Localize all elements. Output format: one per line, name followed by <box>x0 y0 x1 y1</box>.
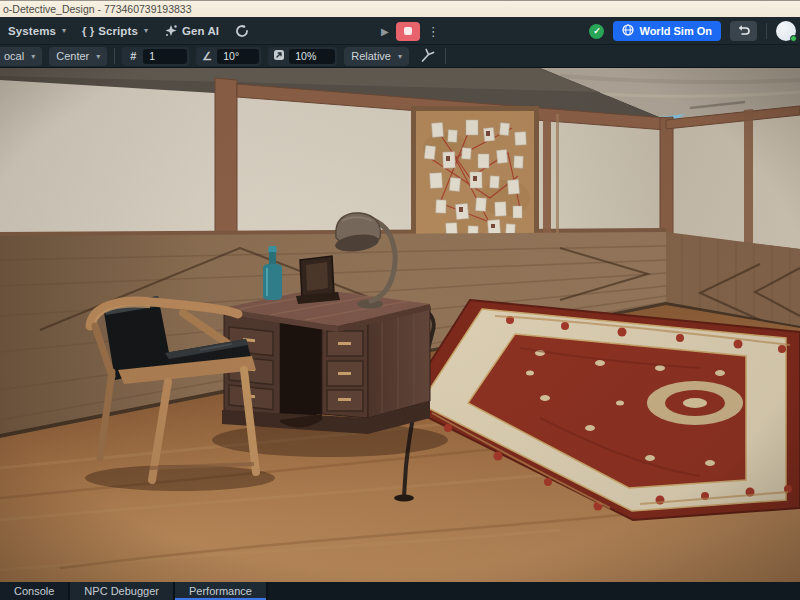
window-title: o-Detective_Design - 773460739193833 <box>3 3 192 15</box>
mode-dropdown[interactable]: Relative ▾ <box>344 47 409 66</box>
orientation-label: ocal <box>4 50 24 62</box>
chevron-down-icon: ▾ <box>31 52 35 61</box>
move-snap-value: 1 <box>149 50 155 62</box>
title-bar: o-Detective_Design - 773460739193833 <box>0 0 800 17</box>
main-toolbar: Systems ▾ { } Scripts ▾ Gen AI ▶ ⋮ ✓ <box>0 17 800 45</box>
sparkle-icon <box>164 24 178 38</box>
world-sim-label: World Sim On <box>639 25 712 37</box>
gen-ai-button[interactable]: Gen AI <box>156 17 227 44</box>
online-status-dot <box>790 35 797 42</box>
tab-npc-debugger-label: NPC Debugger <box>84 585 159 597</box>
rotate-snap-value: 10° <box>223 50 239 62</box>
angle-icon: ∠ <box>200 50 214 63</box>
tab-console-label: Console <box>14 585 54 597</box>
saved-check-icon: ✓ <box>589 24 604 39</box>
chevron-down-icon: ▾ <box>398 52 402 61</box>
divider <box>766 23 767 39</box>
playback-controls: ▶ ⋮ <box>381 17 440 45</box>
bottom-panel-tabs: Console NPC Debugger Performance <box>0 582 800 600</box>
scripts-menu[interactable]: { } Scripts ▾ <box>74 17 156 44</box>
braces-icon: { } <box>82 25 94 37</box>
refresh-button[interactable] <box>227 17 257 44</box>
systems-label: Systems <box>8 25 56 37</box>
editor-window: o-Detective_Design - 773460739193833 Sys… <box>0 0 800 600</box>
grid-snap-icon: # <box>126 50 140 62</box>
rotate-snap-input[interactable]: 10° <box>217 49 259 64</box>
kebab-menu-icon[interactable]: ⋮ <box>427 24 440 39</box>
chevron-down-icon: ▾ <box>96 52 100 61</box>
divider <box>445 48 446 64</box>
world-sim-toggle[interactable]: World Sim On <box>613 21 721 41</box>
mode-label: Relative <box>351 50 391 62</box>
orientation-dropdown[interactable]: ocal ▾ <box>0 47 42 66</box>
vignette-overlay <box>0 68 800 582</box>
stop-icon <box>404 27 412 35</box>
systems-menu[interactable]: Systems ▾ <box>0 17 74 44</box>
scene-viewport[interactable] <box>0 68 800 582</box>
scale-snap-value: 10% <box>295 50 316 62</box>
refresh-icon <box>235 24 249 38</box>
stop-button[interactable] <box>396 22 420 41</box>
play-icon[interactable]: ▶ <box>381 26 389 37</box>
move-snap-group: # 1 <box>122 47 189 66</box>
snap-tool-button[interactable] <box>416 47 438 66</box>
snap-tool-icon <box>420 48 435 65</box>
toolbar-right-cluster: ✓ World Sim On <box>589 17 796 45</box>
viewport-canvas[interactable] <box>0 68 800 582</box>
rotate-snap-group: ∠ 10° <box>196 47 261 66</box>
move-snap-input[interactable]: 1 <box>143 49 187 64</box>
globe-icon <box>622 24 634 38</box>
scripts-label: Scripts <box>98 25 138 37</box>
chevron-down-icon: ▾ <box>144 26 148 35</box>
divider <box>114 48 115 64</box>
user-avatar[interactable] <box>776 21 796 41</box>
check-glyph: ✓ <box>593 26 601 36</box>
tab-console[interactable]: Console <box>0 582 70 600</box>
scale-snap-group: 10% <box>268 47 337 66</box>
transform-toolbar: ocal ▾ Center ▾ # 1 ∠ 10° 10% <box>0 45 800 68</box>
tab-performance-label: Performance <box>189 585 252 597</box>
undo-icon <box>737 24 750 38</box>
tab-npc-debugger[interactable]: NPC Debugger <box>70 582 175 600</box>
gen-ai-label: Gen AI <box>182 25 219 37</box>
chevron-down-icon: ▾ <box>62 26 66 35</box>
undo-button[interactable] <box>730 21 757 41</box>
pivot-label: Center <box>56 50 89 62</box>
scale-snap-input[interactable]: 10% <box>289 49 335 64</box>
scale-icon <box>272 49 286 63</box>
tab-performance[interactable]: Performance <box>175 582 268 600</box>
pivot-dropdown[interactable]: Center ▾ <box>49 47 107 66</box>
